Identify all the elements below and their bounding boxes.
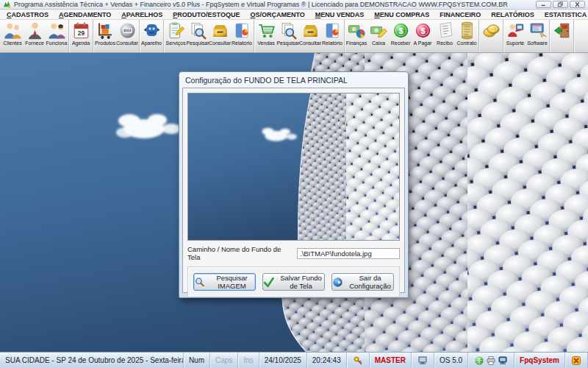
toolbar-button-label: Relatório: [232, 40, 252, 46]
brand-logo-icon: [571, 355, 581, 366]
toolbar-button-label: Caixa: [372, 40, 385, 46]
toolbar-button-moeda[interactable]: [480, 21, 502, 52]
exit-door-icon: [552, 21, 572, 40]
toolbar-button-aparelho[interactable]: Aparelho: [140, 21, 162, 52]
toolbar-button-consultar-servicos[interactable]: Consultar: [209, 21, 231, 52]
application-window: Programa Assistência Técnica + Vendas + …: [0, 0, 588, 368]
toolbar-button-pesquisar-vendas[interactable]: Pesquisar: [277, 21, 299, 52]
search-image-label: Pesquisar IMAGEM: [209, 274, 255, 290]
toolbar-button-label: Consultar: [116, 40, 138, 46]
toolbar-button-sair[interactable]: [551, 21, 573, 52]
status-os-version: OS 5.0: [434, 353, 468, 368]
exit-config-label: Sair da Configuração: [347, 274, 393, 290]
toolbar-button-vendas[interactable]: Vendas: [255, 21, 277, 52]
toolbar-button-caixa[interactable]: Caixa: [368, 21, 390, 52]
toolbar-button-clientes[interactable]: Clientes: [1, 21, 24, 52]
toolbar-button-label: Aparelho: [141, 40, 162, 46]
toolbar-button-label: Finanças: [346, 40, 367, 46]
toolbar-button-receber[interactable]: $ Receber: [390, 21, 412, 52]
menu-item-estatistica[interactable]: ESTATISTICA: [539, 10, 588, 19]
status-date: 24/10/2025: [259, 353, 307, 368]
restore-icon: [557, 1, 564, 7]
menu-item-menu-compras[interactable]: MENU COMPRAS: [369, 10, 434, 19]
menu-item-menu-vendas[interactable]: MENU VENDAS: [310, 10, 370, 19]
svg-text:$: $: [420, 26, 425, 35]
path-row: Caminho / Nome do Fundo de Tela: [187, 245, 400, 261]
dialog-titlebar[interactable]: Configuração do FUNDO DE TELA PRINCIPAL: [179, 72, 408, 88]
toolbar-button-label: Pesquisar: [186, 40, 209, 46]
green-check-icon: [263, 277, 274, 288]
toolbar-button-funciona[interactable]: Funciona: [46, 21, 68, 52]
restore-button[interactable]: [553, 1, 568, 8]
gold-coin-icon: [481, 21, 501, 40]
toolbar-button-relatorio-vendas[interactable]: Relatório: [321, 21, 343, 52]
status-caps-lock: Caps: [210, 353, 238, 368]
toolbar-button-servicos[interactable]: Serviços: [165, 21, 187, 52]
coin-red-icon: $: [413, 21, 433, 40]
coin-green-icon: $: [391, 21, 411, 40]
toolbar-button-suporte[interactable]: Suporte: [504, 21, 526, 52]
toolbar-button-a-pagar[interactable]: $ A Pagar: [412, 21, 434, 52]
toolbar-button-label: Serviços: [166, 40, 186, 46]
device-icon: [142, 21, 162, 40]
config-dialog: Configuração do FUNDO DE TELA PRINCIPAL: [179, 71, 409, 298]
toolbar-button-label: Receber: [391, 40, 410, 46]
menu-item-cadastros[interactable]: CADASTROS: [1, 10, 54, 19]
toolbar-group-produtos: Produtos Consultar: [93, 20, 140, 52]
toolbar-button-pesquisar-servicos[interactable]: Pesquisar: [187, 21, 209, 52]
svg-text:29: 29: [77, 29, 85, 37]
status-logo-panel: [565, 353, 588, 368]
toolbar-button-relatorio-servicos[interactable]: Relatório: [231, 21, 253, 52]
save-background-button[interactable]: Salvar Fundo de Tela: [262, 273, 325, 291]
support-icon: [506, 21, 526, 40]
toolbar-group-cadastros: Clientes Fornece Funciona: [1, 20, 69, 52]
background-path-input[interactable]: [297, 248, 400, 259]
toolbar-button-consultar-produtos[interactable]: Consultar: [116, 21, 138, 52]
toolbar-button-label: Software: [527, 40, 548, 46]
clients-icon: [3, 21, 23, 40]
toolbar-button-produtos[interactable]: Produtos: [94, 21, 116, 52]
toolbar-group-aparelho: Aparelho: [140, 20, 164, 52]
file-drawer-icon: [301, 21, 320, 40]
minimize-button[interactable]: [536, 1, 551, 8]
toolbar-button-label: Recibo: [437, 40, 453, 46]
toolbar-button-consultar-vendas[interactable]: Consultar: [299, 21, 321, 52]
menu-item-aparelhos[interactable]: APARELHOS: [116, 10, 168, 19]
search-image-button[interactable]: Pesquisar IMAGEM: [193, 273, 256, 291]
supplier-icon: [25, 21, 45, 40]
menu-item-financeiro[interactable]: FINANCEIRO: [434, 10, 486, 19]
toolbar-group-suporte: Suporte Software: [503, 20, 550, 52]
toolbar-button-label: Consultar: [209, 40, 231, 46]
dialog-body: Caminho / Nome do Fundo de Tela Pesquisa…: [182, 88, 405, 293]
status-bar: SUA CIDADE - SP 24 de Outubro de 2025 - …: [0, 352, 588, 368]
toolbar-button-label: Relatório: [322, 40, 343, 46]
toolbar-button-fornece[interactable]: Fornece: [24, 21, 46, 52]
toolbar-group-moeda: [479, 20, 503, 52]
menu-item-agendamento[interactable]: AGENDAMENTO: [54, 10, 116, 19]
menu-item-relatorios[interactable]: RELATÓRIOS: [486, 10, 539, 19]
toolbar-button-software[interactable]: Software: [526, 21, 548, 52]
window-controls: [536, 1, 585, 8]
monitor-icon[interactable]: [498, 355, 508, 366]
printer-icon[interactable]: [486, 355, 496, 366]
background-preview: [187, 93, 400, 241]
exit-config-button[interactable]: Sair da Configuração: [331, 273, 394, 291]
menu-item-os-orcamento[interactable]: OS/ORÇAMENTO: [245, 10, 309, 19]
window-title: Programa Assistência Técnica + Vendas + …: [14, 1, 533, 8]
toolbar-button-recibo[interactable]: Recibo: [434, 21, 456, 52]
barcode-icon: [118, 21, 137, 40]
status-time: 20:24:43: [307, 353, 347, 368]
menu-item-produto-estoque[interactable]: PRODUTO/ESTOQUE: [168, 10, 245, 19]
menu-bar: CADASTROS AGENDAMENTO APARELHOS PRODUTO/…: [0, 10, 588, 20]
globe-icon[interactable]: [474, 355, 484, 366]
toolbar-button-agenda[interactable]: 29 Agenda: [70, 21, 92, 52]
minimize-icon: [540, 1, 547, 7]
toolbar-button-label: Produtos: [95, 40, 115, 46]
toolbar-button-contrato[interactable]: Contrato: [456, 21, 478, 52]
toolbar-button-financas[interactable]: Finanças: [345, 21, 368, 52]
app-logo-icon: [3, 1, 11, 9]
svg-text:$: $: [398, 26, 403, 35]
toolbar-button-label: Agenda: [72, 40, 90, 46]
close-button[interactable]: [570, 1, 585, 8]
receipt-icon: [435, 21, 455, 40]
